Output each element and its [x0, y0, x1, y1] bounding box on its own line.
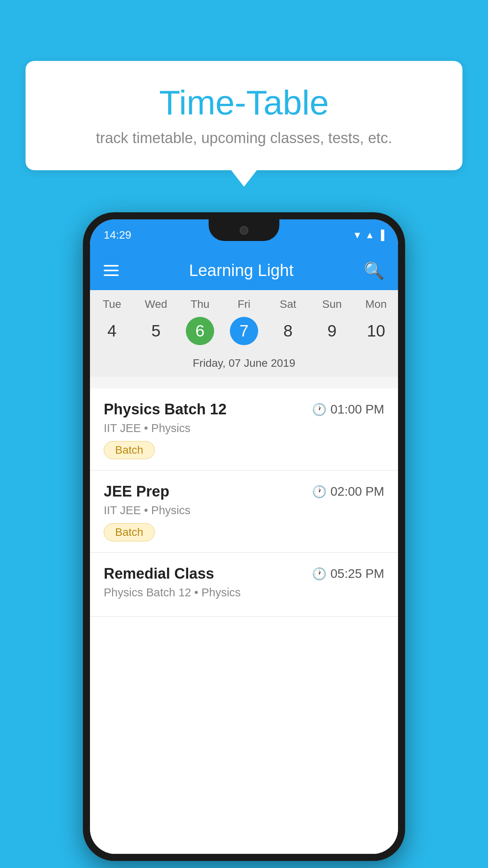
- item-2-title: JEE Prep: [104, 483, 169, 500]
- phone-mockup: 14:29 ▼ ▲ ▐ Learning Light 🔍: [83, 212, 405, 861]
- day-7[interactable]: 7: [222, 317, 266, 345]
- day-4[interactable]: 4: [90, 317, 134, 345]
- status-time: 14:29: [104, 229, 131, 241]
- day-header-sun: Sun: [310, 298, 354, 311]
- app-bar: Learning Light 🔍: [90, 251, 398, 290]
- phone-screen: 14:29 ▼ ▲ ▐ Learning Light 🔍: [90, 219, 398, 854]
- day-header-sat: Sat: [266, 298, 310, 311]
- item-1-badge: Batch: [104, 441, 155, 459]
- item-2-time-value: 02:00 PM: [330, 484, 384, 499]
- day-8[interactable]: 8: [266, 317, 310, 345]
- status-bar: 14:29 ▼ ▲ ▐: [90, 219, 398, 251]
- day-9[interactable]: 9: [310, 317, 354, 345]
- item-3-subtitle: Physics Batch 12 • Physics: [104, 586, 384, 599]
- speech-bubble: Time-Table track timetable, upcoming cla…: [26, 61, 462, 170]
- item-2-subtitle: IIT JEE • Physics: [104, 504, 384, 517]
- day-header-wed: Wed: [134, 298, 178, 311]
- clock-icon-2: 🕐: [312, 485, 327, 498]
- day-header-mon: Mon: [354, 298, 398, 311]
- schedule-container: Physics Batch 12 🕐 01:00 PM IIT JEE • Ph…: [90, 388, 398, 854]
- schedule-item-3[interactable]: Remedial Class 🕐 05:25 PM Physics Batch …: [90, 553, 398, 617]
- schedule-item-2[interactable]: JEE Prep 🕐 02:00 PM IIT JEE • Physics Ba…: [90, 471, 398, 553]
- item-1-header: Physics Batch 12 🕐 01:00 PM: [104, 401, 384, 418]
- bubble-subtitle: track timetable, upcoming classes, tests…: [49, 130, 439, 147]
- item-2-header: JEE Prep 🕐 02:00 PM: [104, 483, 384, 500]
- schedule-item-1[interactable]: Physics Batch 12 🕐 01:00 PM IIT JEE • Ph…: [90, 388, 398, 471]
- selected-date-label: Friday, 07 June 2019: [90, 353, 398, 377]
- day-5[interactable]: 5: [134, 317, 178, 345]
- item-1-time-value: 01:00 PM: [330, 402, 384, 417]
- day-header-thu: Thu: [178, 298, 222, 311]
- wifi-icon: ▼: [352, 230, 362, 241]
- phone-outer: 14:29 ▼ ▲ ▐ Learning Light 🔍: [83, 212, 405, 861]
- day-numbers: 4 5 6 7 8 9 10: [90, 314, 398, 353]
- item-3-time: 🕐 05:25 PM: [312, 566, 384, 581]
- item-3-header: Remedial Class 🕐 05:25 PM: [104, 565, 384, 582]
- day-circle-6: 6: [186, 317, 214, 345]
- day-10[interactable]: 10: [354, 317, 398, 345]
- bubble-title: Time-Table: [49, 83, 439, 123]
- item-2-time: 🕐 02:00 PM: [312, 484, 384, 499]
- signal-icon: ▲: [365, 230, 374, 241]
- search-icon[interactable]: 🔍: [364, 261, 384, 280]
- day-circle-7: 7: [230, 317, 258, 345]
- battery-icon: ▐: [378, 230, 384, 241]
- item-2-badge: Batch: [104, 523, 155, 541]
- status-icons: ▼ ▲ ▐: [352, 230, 384, 241]
- clock-icon-3: 🕐: [312, 567, 327, 581]
- item-1-subtitle: IIT JEE • Physics: [104, 422, 384, 435]
- calendar-strip: Tue Wed Thu Fri Sat Sun Mon 4 5 6 7: [90, 290, 398, 377]
- hamburger-menu-button[interactable]: [104, 265, 119, 276]
- item-3-time-value: 05:25 PM: [330, 566, 384, 581]
- item-1-time: 🕐 01:00 PM: [312, 402, 384, 417]
- item-3-title: Remedial Class: [104, 565, 214, 582]
- day-header-tue: Tue: [90, 298, 134, 311]
- day-6[interactable]: 6: [178, 317, 222, 345]
- day-header-fri: Fri: [222, 298, 266, 311]
- item-1-title: Physics Batch 12: [104, 401, 227, 418]
- app-title: Learning Light: [189, 261, 294, 280]
- day-headers: Tue Wed Thu Fri Sat Sun Mon: [90, 290, 398, 314]
- camera-dot: [240, 226, 248, 235]
- notch-cutout: [209, 219, 279, 241]
- clock-icon-1: 🕐: [312, 403, 327, 416]
